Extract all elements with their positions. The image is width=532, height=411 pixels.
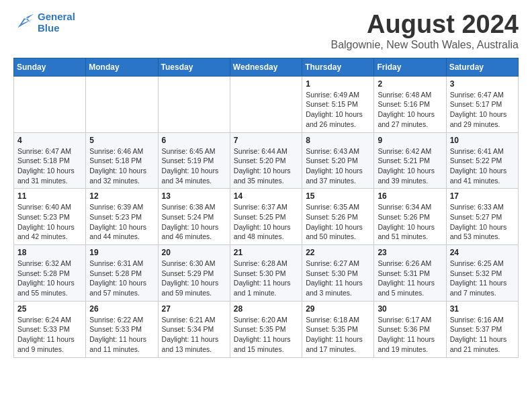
day-header-tuesday: Tuesday [158,58,230,76]
day-header-friday: Friday [374,58,446,76]
calendar-cell: 23Sunrise: 6:26 AM Sunset: 5:31 PM Dayli… [374,245,446,302]
day-header-sunday: Sunday [14,58,86,76]
calendar-cell: 20Sunrise: 6:30 AM Sunset: 5:29 PM Dayli… [158,245,230,302]
day-header-saturday: Saturday [446,58,518,76]
day-info: Sunrise: 6:25 AM Sunset: 5:32 PM Dayligh… [450,259,515,298]
day-info: Sunrise: 6:22 AM Sunset: 5:33 PM Dayligh… [89,315,154,355]
week-row-1: 1Sunrise: 6:49 AM Sunset: 5:15 PM Daylig… [14,76,519,132]
day-number: 25 [17,304,82,314]
day-info: Sunrise: 6:46 AM Sunset: 5:18 PM Dayligh… [89,146,154,186]
calendar-cell: 15Sunrise: 6:35 AM Sunset: 5:26 PM Dayli… [302,189,374,245]
day-number: 16 [378,191,442,201]
day-info: Sunrise: 6:45 AM Sunset: 5:19 PM Dayligh… [162,146,226,186]
day-header-monday: Monday [86,58,158,76]
day-number: 12 [89,191,154,201]
calendar-cell: 1Sunrise: 6:49 AM Sunset: 5:15 PM Daylig… [302,76,374,132]
day-info: Sunrise: 6:31 AM Sunset: 5:28 PM Dayligh… [89,259,154,298]
day-number: 31 [450,304,515,314]
svg-marker-0 [17,14,34,28]
day-number: 21 [234,248,298,257]
week-row-3: 11Sunrise: 6:40 AM Sunset: 5:23 PM Dayli… [14,189,519,245]
calendar-cell: 9Sunrise: 6:42 AM Sunset: 5:21 PM Daylig… [374,132,446,189]
day-info: Sunrise: 6:39 AM Sunset: 5:23 PM Dayligh… [89,202,154,242]
day-info: Sunrise: 6:48 AM Sunset: 5:16 PM Dayligh… [378,90,442,130]
day-info: Sunrise: 6:28 AM Sunset: 5:30 PM Dayligh… [234,259,298,298]
calendar-cell: 2Sunrise: 6:48 AM Sunset: 5:16 PM Daylig… [374,76,446,132]
day-number: 20 [162,248,226,257]
day-info: Sunrise: 6:35 AM Sunset: 5:26 PM Dayligh… [306,202,370,242]
page-header: General Blue August 2024 Balgownie, New … [13,11,519,51]
day-number: 2 [378,79,442,89]
day-number: 10 [450,136,515,145]
day-info: Sunrise: 6:26 AM Sunset: 5:31 PM Dayligh… [378,259,442,298]
day-number: 8 [306,136,370,145]
day-info: Sunrise: 6:33 AM Sunset: 5:27 PM Dayligh… [450,202,515,242]
day-info: Sunrise: 6:27 AM Sunset: 5:30 PM Dayligh… [306,259,370,298]
calendar-cell: 7Sunrise: 6:44 AM Sunset: 5:20 PM Daylig… [230,132,302,189]
day-number: 4 [17,136,82,145]
calendar-cell: 25Sunrise: 6:24 AM Sunset: 5:33 PM Dayli… [14,301,86,357]
calendar-cell: 22Sunrise: 6:27 AM Sunset: 5:30 PM Dayli… [302,245,374,302]
month-year: August 2024 [330,11,519,39]
calendar-cell: 24Sunrise: 6:25 AM Sunset: 5:32 PM Dayli… [446,245,518,302]
calendar-cell: 19Sunrise: 6:31 AM Sunset: 5:28 PM Dayli… [86,245,158,302]
day-info: Sunrise: 6:47 AM Sunset: 5:18 PM Dayligh… [17,146,82,186]
day-info: Sunrise: 6:30 AM Sunset: 5:29 PM Dayligh… [162,259,226,298]
logo: General Blue [13,11,75,34]
day-info: Sunrise: 6:40 AM Sunset: 5:23 PM Dayligh… [17,202,82,242]
day-number: 26 [89,304,154,314]
day-info: Sunrise: 6:49 AM Sunset: 5:15 PM Dayligh… [306,90,370,130]
day-info: Sunrise: 6:32 AM Sunset: 5:28 PM Dayligh… [17,259,82,298]
day-number: 5 [89,136,154,145]
calendar-cell: 30Sunrise: 6:17 AM Sunset: 5:36 PM Dayli… [374,301,446,357]
day-info: Sunrise: 6:18 AM Sunset: 5:35 PM Dayligh… [306,315,370,355]
day-number: 1 [306,79,370,89]
day-header-thursday: Thursday [302,58,374,76]
day-number: 11 [17,191,82,201]
day-number: 7 [234,136,298,145]
day-number: 9 [378,136,442,145]
day-number: 17 [450,191,515,201]
calendar-cell: 18Sunrise: 6:32 AM Sunset: 5:28 PM Dayli… [14,245,86,302]
calendar-header-row: SundayMondayTuesdayWednesdayThursdayFrid… [14,58,519,76]
calendar-cell: 16Sunrise: 6:34 AM Sunset: 5:26 PM Dayli… [374,189,446,245]
logo-icon [13,13,35,32]
calendar-cell: 26Sunrise: 6:22 AM Sunset: 5:33 PM Dayli… [86,301,158,357]
day-number: 18 [17,248,82,257]
calendar-cell: 12Sunrise: 6:39 AM Sunset: 5:23 PM Dayli… [86,189,158,245]
day-info: Sunrise: 6:38 AM Sunset: 5:24 PM Dayligh… [162,202,226,242]
title-section: August 2024 Balgownie, New South Wales, … [330,11,519,51]
calendar-cell: 11Sunrise: 6:40 AM Sunset: 5:23 PM Dayli… [14,189,86,245]
day-info: Sunrise: 6:34 AM Sunset: 5:26 PM Dayligh… [378,202,442,242]
week-row-2: 4Sunrise: 6:47 AM Sunset: 5:18 PM Daylig… [14,132,519,189]
calendar-cell: 27Sunrise: 6:21 AM Sunset: 5:34 PM Dayli… [158,301,230,357]
calendar-cell [230,76,302,132]
calendar-cell: 10Sunrise: 6:41 AM Sunset: 5:22 PM Dayli… [446,132,518,189]
day-number: 27 [162,304,226,314]
day-number: 24 [450,248,515,257]
day-info: Sunrise: 6:20 AM Sunset: 5:35 PM Dayligh… [234,315,298,355]
day-number: 22 [306,248,370,257]
day-info: Sunrise: 6:43 AM Sunset: 5:20 PM Dayligh… [306,146,370,186]
day-number: 15 [306,191,370,201]
day-number: 19 [89,248,154,257]
calendar-cell [158,76,230,132]
day-info: Sunrise: 6:17 AM Sunset: 5:36 PM Dayligh… [378,315,442,355]
day-number: 14 [234,191,298,201]
day-info: Sunrise: 6:41 AM Sunset: 5:22 PM Dayligh… [450,146,515,186]
calendar-cell: 31Sunrise: 6:16 AM Sunset: 5:37 PM Dayli… [446,301,518,357]
calendar-cell [86,76,158,132]
calendar-cell: 5Sunrise: 6:46 AM Sunset: 5:18 PM Daylig… [86,132,158,189]
day-number: 28 [234,304,298,314]
calendar-cell: 21Sunrise: 6:28 AM Sunset: 5:30 PM Dayli… [230,245,302,302]
day-header-wednesday: Wednesday [230,58,302,76]
logo-text: General Blue [38,11,75,34]
calendar-cell: 14Sunrise: 6:37 AM Sunset: 5:25 PM Dayli… [230,189,302,245]
day-info: Sunrise: 6:37 AM Sunset: 5:25 PM Dayligh… [234,202,298,242]
day-number: 29 [306,304,370,314]
calendar-cell: 6Sunrise: 6:45 AM Sunset: 5:19 PM Daylig… [158,132,230,189]
day-info: Sunrise: 6:21 AM Sunset: 5:34 PM Dayligh… [162,315,226,355]
calendar-cell [14,76,86,132]
day-number: 6 [162,136,226,145]
week-row-4: 18Sunrise: 6:32 AM Sunset: 5:28 PM Dayli… [14,245,519,302]
